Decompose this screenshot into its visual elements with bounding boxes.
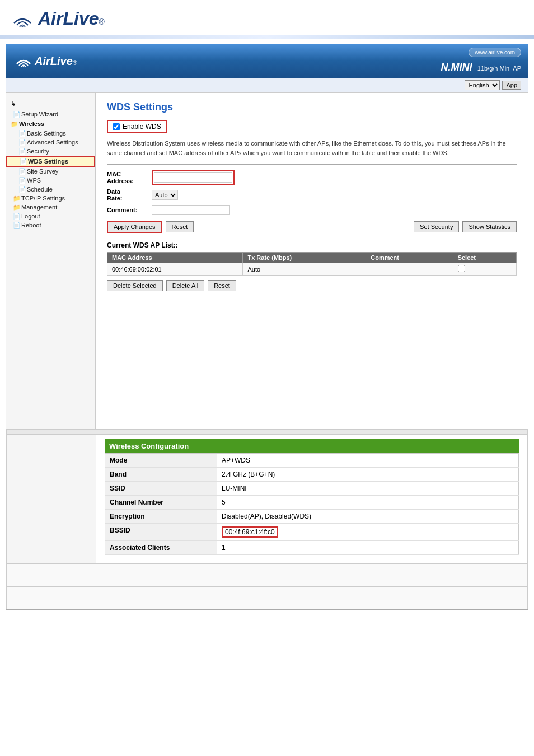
wc-row-clients: Associated Clients 1 [105,541,519,555]
logo-live-text: Live [63,8,99,29]
inner-header: Air Live ® www.airlive.com N.MINI 11b/g/… [6,44,528,78]
stats-header-col2 [96,430,528,435]
set-security-button[interactable]: Set Security [414,221,459,232]
enable-wds-box: Enable WDS [107,120,167,133]
sidebar-item-basic-settings[interactable]: 📄 Basic Settings [6,129,95,138]
sidebar-label-wds: WDS Settings [28,158,68,165]
stats-header-col1 [7,430,96,435]
wireless-config-table: Mode AP+WDS Band 2.4 GHz (B+G+N) SSID LU… [105,453,519,555]
page-icon-advanced: 📄 [18,139,25,146]
sidebar-label-survey: Site Survey [27,168,58,175]
sidebar-item-wds-settings[interactable]: 📄 WDS Settings [6,156,95,167]
data-rate-label: DataRate: [107,188,152,202]
cell-txrate: Auto [243,263,366,276]
comment-input[interactable] [152,205,230,215]
stats-left-content [7,435,96,502]
cell-select[interactable] [453,263,516,276]
data-rate-select[interactable]: Auto 1 2 5.5 11 6 9 12 18 24 36 48 54 [152,190,178,200]
wireless-config-section: Wireless Configuration Mode AP+WDS Band … [96,435,527,563]
inner-logo-tm: ® [73,59,77,66]
sidebar-label-logout: Logout [21,213,40,220]
sidebar-item-advanced-settings[interactable]: 📄 Advanced Settings [6,138,95,147]
sidebar-item-reboot[interactable]: 📄 Reboot [6,221,95,230]
page-title: WDS Settings [107,101,517,113]
sidebar-group-wireless[interactable]: 📁 Wireless [6,119,95,129]
apply-changes-button[interactable]: Apply Changes [107,221,162,233]
wc-row-mode: Mode AP+WDS [105,454,519,468]
page-icon-security: 📄 [18,148,25,155]
product-name: N.MINI 11b/g/n Mini-AP [441,62,521,73]
sidebar-label-schedule: Schedule [27,186,53,193]
top-logo: Air Live ® [11,8,105,29]
mac-address-input[interactable] [154,172,232,183]
wc-value-channel: 5 [217,496,519,510]
wc-label-mode: Mode [105,454,217,468]
sidebar-item-logout[interactable]: 📄 Logout [6,212,95,221]
delete-selected-button[interactable]: Delete Selected [107,280,163,291]
enable-wds-label[interactable]: Enable WDS [123,123,161,130]
wc-row-band: Band 2.4 GHz (B+G+N) [105,468,519,482]
show-statistics-button[interactable]: Show Statistics [462,221,517,232]
apply-lang-button[interactable]: App [502,81,521,90]
reset-button[interactable]: Reset [166,221,194,232]
wc-label-ssid: SSID [105,482,217,496]
delete-all-button[interactable]: Delete All [166,280,204,291]
stats-section: Wireless Configuration Mode AP+WDS Band … [6,429,528,609]
sidebar-item-site-survey[interactable]: 📄 Site Survey [6,167,95,176]
sidebar-item-tcpip[interactable]: 📁 TCP/IP Settings [6,194,95,203]
product-model: N.MINI [441,62,472,73]
lang-bar: English App [6,78,528,93]
action-buttons-row: Apply Changes Reset Set Security Show St… [107,221,517,233]
inner-logo-live: Live [50,55,73,68]
wc-value-clients: 1 [217,541,519,555]
sidebar-item-wps[interactable]: 📄 WPS [6,176,95,185]
page-icon-schedule: 📄 [18,186,25,193]
wds-form: MACAddress: DataRate: Auto 1 2 5.5 11 6 … [107,164,517,215]
wc-label-channel: Channel Number [105,496,217,510]
enable-wds-checkbox[interactable] [113,123,120,130]
wc-label-bssid: BSSID [105,524,217,541]
folder-icon-mgmt: 📁 [13,204,20,211]
sidebar-label-basic: Basic Settings [27,130,66,137]
wc-value-band: 2.4 GHz (B+G+N) [217,468,519,482]
sidebar-label-reboot: Reboot [21,222,41,228]
select-checkbox[interactable] [458,265,465,272]
wds-ap-table: MAC Address Tx Rate (Mbps) Comment Selec… [107,252,517,276]
sidebar: ↳ 📄 Setup Wizard 📁 Wireless 📄 Basic Sett… [6,93,96,429]
comment-input-wrapper [152,205,230,215]
stats-content-row: Wireless Configuration Mode AP+WDS Band … [7,435,528,564]
page-icon-survey: 📄 [18,168,25,175]
bottom-cell-1b [96,564,528,587]
page-icon-logout: 📄 [13,213,20,220]
banner-stripe [0,35,534,39]
stats-outer-table: Wireless Configuration Mode AP+WDS Band … [6,429,528,564]
logo-waves-icon [11,11,34,27]
col-mac-header: MAC Address [107,253,243,263]
bottom-rows-table [6,564,528,609]
col-comment-header: Comment [366,253,453,263]
data-rate-row: DataRate: Auto 1 2 5.5 11 6 9 12 18 24 3… [107,188,517,202]
sidebar-item-setup-wizard[interactable]: 📄 Setup Wizard [6,110,95,119]
wc-row-channel: Channel Number 5 [105,496,519,510]
page-icon-basic: 📄 [18,130,25,137]
bottom-cell-2a [7,587,96,609]
sidebar-label-advanced: Advanced Settings [27,139,78,146]
wc-value-encryption: Disabled(AP), Disabled(WDS) [217,510,519,524]
sidebar-item-security[interactable]: 📄 Security [6,147,95,156]
sidebar-label-mgmt: Management [21,204,57,211]
sidebar-label-security: Security [27,148,49,155]
comment-row: Comment: [107,205,517,215]
language-select[interactable]: English [465,80,500,90]
inner-logo: Air Live ® [15,54,77,69]
svg-point-1 [22,66,25,67]
sidebar-label-tcpip: TCP/IP Settings [21,195,65,202]
sidebar-item-schedule[interactable]: 📄 Schedule [6,185,95,194]
main-content: ↳ 📄 Setup Wizard 📁 Wireless 📄 Basic Sett… [6,93,528,429]
list-reset-button[interactable]: Reset [208,280,236,291]
folder-icon-tcpip: 📁 [13,195,20,202]
wc-row-bssid: BSSID 00:4f:69:c1:4f:c0 [105,524,519,541]
sidebar-item-management[interactable]: 📁 Management [6,203,95,212]
bssid-highlighted-value: 00:4f:69:c1:4f:c0 [222,526,278,538]
bottom-cell-1a [7,564,96,587]
content-area: WDS Settings Enable WDS Wireless Distrib… [96,93,528,429]
